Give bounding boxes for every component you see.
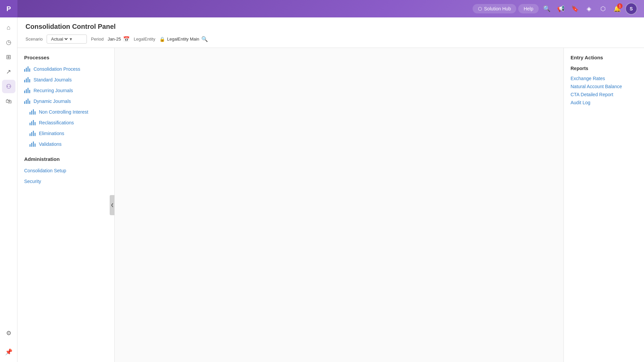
- sidebar-icon-bag[interactable]: 🛍: [2, 95, 15, 108]
- bag-icon: 🛍: [6, 98, 12, 105]
- process-item-recurring-journals[interactable]: Recurring Journals: [17, 85, 114, 96]
- process-label-standard-journals: Standard Journals: [34, 77, 72, 82]
- topbar-actions: ⬡ Solution Hub Help 🔍 📢 🔖 ◈ ⬡ 🔔 1 S: [473, 3, 637, 15]
- process-label-validations: Validations: [39, 141, 61, 147]
- left-sidebar: ⌂ ◷ ⊞ ↗ ⚇ 🛍 ⚙ 📌: [0, 17, 17, 362]
- process-item-dynamic-journals[interactable]: Dynamic Journals: [17, 96, 114, 107]
- user-avatar[interactable]: S: [625, 3, 637, 15]
- legal-entity-section: 🔒 LegalEntity Main 🔍: [159, 36, 208, 42]
- reports-section: Reports Exchange Rates Natural Account B…: [571, 66, 637, 107]
- megaphone-icon: 📢: [557, 5, 565, 12]
- link-audit-log[interactable]: Audit Log: [571, 99, 637, 107]
- settings-icon: ⚙: [6, 329, 11, 337]
- link-cta-detailed-report[interactable]: CTA Detailed Report: [571, 90, 637, 99]
- main-layout: ⌂ ◷ ⊞ ↗ ⚇ 🛍 ⚙ 📌 Consolidation Control Pa…: [0, 17, 644, 362]
- admin-item-security[interactable]: Security: [17, 176, 114, 187]
- cube-button[interactable]: ⬡: [597, 3, 609, 15]
- person-network-icon: ⚇: [6, 83, 11, 90]
- process-label-consolidation: Consolidation Process: [34, 66, 80, 72]
- clock-icon: ◷: [6, 39, 11, 46]
- middle-panel: [115, 48, 564, 362]
- chart-icon: ↗: [6, 68, 11, 75]
- diamond-button[interactable]: ◈: [583, 3, 595, 15]
- bookmark-icon: 🔖: [571, 5, 579, 12]
- process-label-nci: Non Controlling Interest: [39, 109, 88, 115]
- link-exchange-rates[interactable]: Exchange Rates: [571, 74, 637, 82]
- process-label-dynamic-journals: Dynamic Journals: [34, 99, 71, 104]
- solution-hub-button[interactable]: ⬡ Solution Hub: [473, 4, 516, 13]
- notification-badge: 1: [617, 3, 623, 9]
- sidebar-icon-person-network[interactable]: ⚇: [2, 80, 15, 93]
- content-area: Consolidation Control Panel Scenario Act…: [17, 17, 644, 362]
- admin-label-consolidation-setup: Consolidation Setup: [24, 168, 66, 173]
- page-header: Consolidation Control Panel Scenario Act…: [17, 17, 644, 48]
- page-title: Consolidation Control Panel: [25, 23, 636, 31]
- dropdown-arrow-icon: ▼: [69, 37, 73, 42]
- sidebar-icon-grid[interactable]: ⊞: [2, 50, 15, 64]
- pin-icon: 📌: [5, 348, 12, 356]
- left-panel-collapse-button[interactable]: ❮: [110, 195, 114, 215]
- reports-section-title: Reports: [571, 66, 637, 71]
- bar-chart-icon: [30, 120, 36, 125]
- grid-icon: ⊞: [6, 53, 11, 61]
- right-panel-collapse-button[interactable]: ❯: [564, 195, 564, 215]
- administration-section-title: Administration: [17, 149, 114, 165]
- bar-chart-icon: [30, 131, 36, 136]
- home-icon: ⌂: [7, 24, 10, 31]
- search-icon: 🔍: [543, 5, 550, 12]
- cube-icon: ⬡: [600, 5, 606, 12]
- search-button[interactable]: 🔍: [541, 3, 553, 15]
- period-filter: Jan-25 📅: [108, 36, 130, 42]
- left-panel: Processes Consolidation Process Standard…: [17, 48, 115, 362]
- sidebar-icon-clock[interactable]: ◷: [2, 36, 15, 49]
- admin-label-security: Security: [24, 179, 41, 184]
- bar-chart-icon: [24, 66, 30, 72]
- bar-chart-icon: [24, 99, 30, 104]
- legal-entity-label: LegalEntity: [134, 37, 155, 42]
- link-natural-account-balance[interactable]: Natural Account Balance: [571, 82, 637, 90]
- process-label-eliminations: Eliminations: [39, 131, 64, 136]
- lock-icon: 🔒: [159, 37, 165, 42]
- sidebar-icon-chart[interactable]: ↗: [2, 65, 15, 78]
- diamond-icon: ◈: [587, 5, 591, 12]
- bar-chart-icon: [30, 141, 36, 147]
- process-item-nci[interactable]: Non Controlling Interest: [17, 107, 114, 117]
- process-item-validations[interactable]: Validations: [17, 139, 114, 149]
- right-panel: Entry Actions Reports Exchange Rates Nat…: [564, 48, 644, 362]
- processes-section-title: Processes: [17, 48, 114, 64]
- topbar: P ⬡ Solution Hub Help 🔍 📢 🔖 ◈ ⬡ 🔔 1 S: [0, 0, 644, 17]
- process-item-reclassifications[interactable]: Reclassifications: [17, 117, 114, 128]
- bar-chart-icon: [24, 88, 30, 93]
- filter-bar: Scenario Actual ▼ Period Jan-25 📅 LegalE…: [25, 35, 636, 44]
- megaphone-button[interactable]: 📢: [555, 3, 567, 15]
- sidebar-icon-settings[interactable]: ⚙: [2, 326, 15, 340]
- collapse-left-icon: ❮: [111, 203, 114, 207]
- period-label: Period: [91, 37, 104, 42]
- solution-hub-icon: ⬡: [478, 6, 482, 11]
- process-item-standard-journals[interactable]: Standard Journals: [17, 74, 114, 85]
- legal-entity-search-icon[interactable]: 🔍: [201, 36, 208, 42]
- scenario-select[interactable]: Actual: [50, 36, 69, 42]
- app-logo[interactable]: P: [0, 0, 17, 17]
- process-label-reclassifications: Reclassifications: [39, 120, 74, 125]
- period-value: Jan-25: [108, 37, 121, 42]
- bookmark-button[interactable]: 🔖: [569, 3, 581, 15]
- process-item-consolidation[interactable]: Consolidation Process: [17, 64, 114, 74]
- entry-actions-title: Entry Actions: [571, 55, 637, 60]
- process-item-eliminations[interactable]: Eliminations: [17, 128, 114, 139]
- admin-item-consolidation-setup[interactable]: Consolidation Setup: [17, 165, 114, 176]
- help-button[interactable]: Help: [518, 4, 539, 13]
- bar-chart-icon: [24, 77, 30, 82]
- scenario-select-wrapper[interactable]: Actual ▼: [47, 35, 87, 44]
- notification-button[interactable]: 🔔 1: [611, 3, 623, 15]
- bar-chart-icon: [30, 109, 36, 115]
- sidebar-icon-home[interactable]: ⌂: [2, 21, 15, 34]
- three-panel: Processes Consolidation Process Standard…: [17, 48, 644, 362]
- scenario-label: Scenario: [25, 37, 43, 42]
- calendar-icon[interactable]: 📅: [123, 36, 130, 42]
- sidebar-icon-pin[interactable]: 📌: [2, 345, 15, 359]
- legal-entity-value: LegalEntity Main: [167, 37, 199, 42]
- process-label-recurring-journals: Recurring Journals: [34, 88, 73, 93]
